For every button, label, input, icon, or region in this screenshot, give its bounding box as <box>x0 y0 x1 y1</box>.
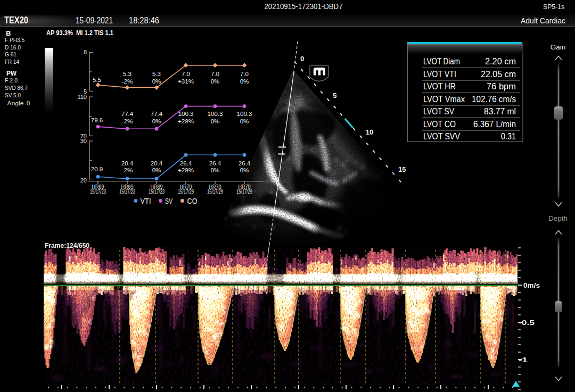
svg-text:7.0: 7.0 <box>182 71 190 77</box>
svg-text:TEX20: TEX20 <box>4 15 28 26</box>
svg-text:22.05 cm: 22.05 cm <box>481 70 516 79</box>
svg-text:0%: 0% <box>211 167 220 173</box>
svg-text:F 2.0: F 2.0 <box>5 77 18 84</box>
svg-text:LVOT SVV: LVOT SVV <box>423 132 460 141</box>
svg-text:0%: 0% <box>240 78 249 85</box>
svg-text:0.31: 0.31 <box>501 132 516 141</box>
svg-text:100.3: 100.3 <box>178 111 194 117</box>
svg-text:0m/s: 0m/s <box>523 281 540 289</box>
svg-text:102.76 cm/s: 102.76 cm/s <box>472 95 516 104</box>
svg-text:-1: -1 <box>519 356 528 364</box>
svg-text:LVOT Diam: LVOT Diam <box>423 57 460 66</box>
svg-text:LVOT HR: LVOT HR <box>423 82 456 91</box>
svg-text:7.0: 7.0 <box>240 71 249 77</box>
svg-text:18:28:46: 18:28:46 <box>129 16 159 25</box>
svg-text:PW: PW <box>6 69 17 77</box>
svg-text:FR 14: FR 14 <box>5 59 20 65</box>
svg-text:0%: 0% <box>152 167 161 173</box>
svg-text:+31%: +31% <box>178 78 194 85</box>
svg-text:6.367 L/min: 6.367 L/min <box>473 120 516 129</box>
svg-text:SP5-1s: SP5-1s <box>543 3 564 11</box>
svg-text:15/17/29: 15/17/29 <box>178 188 194 195</box>
svg-text:0: 0 <box>300 55 304 63</box>
svg-text:LVOT VTI: LVOT VTI <box>423 70 456 79</box>
svg-text:15: 15 <box>398 165 406 173</box>
svg-text:26.4: 26.4 <box>209 160 221 166</box>
svg-text:77.4: 77.4 <box>121 111 134 117</box>
svg-text:0: 0 <box>27 100 30 106</box>
svg-text:B: B <box>6 29 11 37</box>
svg-text:+29%: +29% <box>178 118 194 124</box>
svg-text:0%: 0% <box>211 118 220 124</box>
svg-text:7.0: 7.0 <box>211 71 219 77</box>
svg-text:5.3: 5.3 <box>152 71 161 77</box>
svg-text:SV 5.0: SV 5.0 <box>5 92 21 98</box>
svg-text:LVOT SV: LVOT SV <box>423 107 454 116</box>
svg-text:LVOT CO: LVOT CO <box>423 120 456 129</box>
svg-text:100.3: 100.3 <box>237 111 252 117</box>
svg-text:15/17/23: 15/17/23 <box>90 188 106 195</box>
svg-text:8: 8 <box>84 49 87 55</box>
svg-text:20: 20 <box>80 177 87 184</box>
svg-text:5.5: 5.5 <box>93 77 101 83</box>
svg-text:15/17/23: 15/17/23 <box>149 188 165 195</box>
svg-text:15/17/23: 15/17/23 <box>119 188 135 195</box>
svg-text:20.9: 20.9 <box>91 166 103 172</box>
svg-text:0%: 0% <box>240 118 249 124</box>
svg-text:10: 10 <box>366 128 373 136</box>
svg-text:-0.5: -0.5 <box>519 319 535 327</box>
svg-text:15/17/29: 15/17/29 <box>236 188 252 195</box>
svg-text:77.4: 77.4 <box>151 111 163 117</box>
svg-text:-2%: -2% <box>122 78 133 85</box>
svg-text:110: 110 <box>77 94 87 100</box>
svg-text:Angle: Angle <box>7 100 24 106</box>
svg-text:-2%: -2% <box>122 118 133 124</box>
svg-text:0%: 0% <box>211 78 220 85</box>
svg-text:83.77 ml: 83.77 ml <box>484 107 516 116</box>
svg-text:0%: 0% <box>240 167 249 173</box>
svg-text:15/17/29: 15/17/29 <box>207 188 223 195</box>
svg-text:26.4: 26.4 <box>180 160 192 166</box>
svg-text:G 61: G 61 <box>5 51 17 57</box>
svg-text:79.6: 79.6 <box>91 117 103 123</box>
svg-text:0%: 0% <box>152 78 161 85</box>
svg-text:SV: SV <box>165 197 172 205</box>
svg-text:CO: CO <box>187 197 198 205</box>
svg-text:2.20 cm: 2.20 cm <box>485 57 516 66</box>
svg-text:AP 93.3% MI 1.2 TIS 1.1: AP 93.3% MI 1.2 TIS 1.1 <box>46 29 113 37</box>
svg-text:LVOT Vmax: LVOT Vmax <box>423 95 465 104</box>
svg-text:20.4: 20.4 <box>151 160 163 166</box>
svg-text:+29%: +29% <box>178 167 194 173</box>
svg-text:20210915-172301-DBD7: 20210915-172301-DBD7 <box>265 2 343 11</box>
svg-text:SVD 86.7: SVD 86.7 <box>5 85 28 91</box>
svg-text:5.3: 5.3 <box>123 71 132 77</box>
svg-text:Adult Cardiac: Adult Cardiac <box>521 16 565 25</box>
svg-text:VTI: VTI <box>141 197 151 205</box>
svg-text:Depth: Depth <box>548 214 568 222</box>
svg-text:0%: 0% <box>152 118 161 124</box>
svg-text:30: 30 <box>80 138 87 144</box>
svg-text:5: 5 <box>333 91 336 99</box>
svg-text:15-09-2021: 15-09-2021 <box>76 16 113 25</box>
svg-text:76 bpm: 76 bpm <box>487 82 516 91</box>
svg-text:20.4: 20.4 <box>121 160 134 166</box>
svg-text:-2%: -2% <box>122 167 133 173</box>
svg-text:F PH3.5: F PH3.5 <box>5 37 24 43</box>
svg-text:Gain: Gain <box>551 43 566 51</box>
svg-text:26.4: 26.4 <box>239 160 251 166</box>
svg-text:100.3: 100.3 <box>208 111 223 117</box>
svg-text:D 16.0: D 16.0 <box>5 44 21 51</box>
